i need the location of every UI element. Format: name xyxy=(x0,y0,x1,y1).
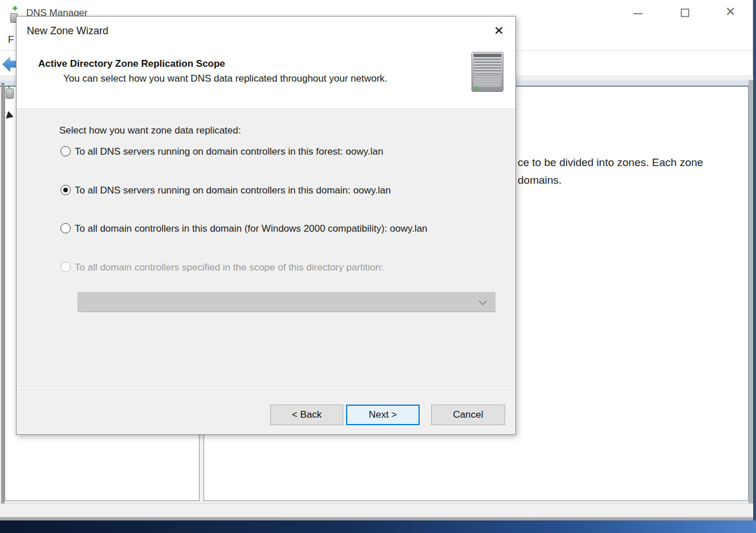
status-divider xyxy=(530,505,531,516)
option-win2000-label: To all domain controllers in this domain… xyxy=(75,223,428,235)
status-divider xyxy=(661,505,662,516)
result-text-line-2: domains. xyxy=(518,174,562,187)
desktop-edge-bottom xyxy=(0,520,756,533)
minimize-button[interactable] xyxy=(625,0,651,26)
wizard-page-title: Active Directory Zone Replication Scope xyxy=(38,58,225,70)
chevron-down-icon xyxy=(479,297,487,305)
radio-domain-selected[interactable] xyxy=(60,185,71,195)
partition-dropdown-disabled xyxy=(78,292,495,312)
file-menu-partial[interactable]: F xyxy=(8,34,14,46)
server-grill xyxy=(474,75,501,87)
result-text-line-1: ce to be divided into zones. Each zone xyxy=(518,156,703,169)
dns-star-icon: ✦ xyxy=(11,3,19,14)
new-zone-wizard-dialog: New Zone Wizard ✕ Active Directory Zone … xyxy=(16,16,516,435)
next-button[interactable]: Next > xyxy=(346,405,420,425)
status-bar xyxy=(0,503,753,517)
radio-win2000[interactable] xyxy=(60,223,71,233)
maximize-button[interactable] xyxy=(672,0,698,26)
close-icon: ✕ xyxy=(725,5,735,19)
cancel-button[interactable]: Cancel xyxy=(431,405,505,425)
option-forest-label: To all DNS servers running on domain con… xyxy=(75,146,383,158)
radio-partition-disabled xyxy=(60,262,71,272)
radio-forest[interactable] xyxy=(60,146,71,156)
option-partition-label: To all domain controllers specified in t… xyxy=(75,262,383,273)
maximize-icon xyxy=(681,9,689,17)
close-window-button[interactable]: ✕ xyxy=(719,0,745,26)
tree-server-icon xyxy=(6,88,14,99)
server-cap xyxy=(473,54,502,57)
screen: ✦ DNS Manager ✕ F ✦ ce to be divided int… xyxy=(0,0,756,533)
replication-prompt: Select how you want zone data replicated… xyxy=(59,125,241,136)
wizard-server-icon xyxy=(472,52,503,92)
server-vents xyxy=(474,59,501,74)
wizard-page-subtitle: You can select how you want DNS data rep… xyxy=(63,73,387,84)
wizard-title: New Zone Wizard xyxy=(27,25,108,37)
window-right-frame xyxy=(749,80,753,517)
wizard-close-button[interactable]: ✕ xyxy=(490,22,507,39)
option-domain-label: To all DNS servers running on domain con… xyxy=(75,185,391,196)
desktop-edge-right xyxy=(753,0,756,520)
footer-separator xyxy=(17,390,515,391)
minimize-icon xyxy=(633,13,643,14)
server-led xyxy=(475,87,478,90)
back-button[interactable]: < Back xyxy=(270,405,343,425)
